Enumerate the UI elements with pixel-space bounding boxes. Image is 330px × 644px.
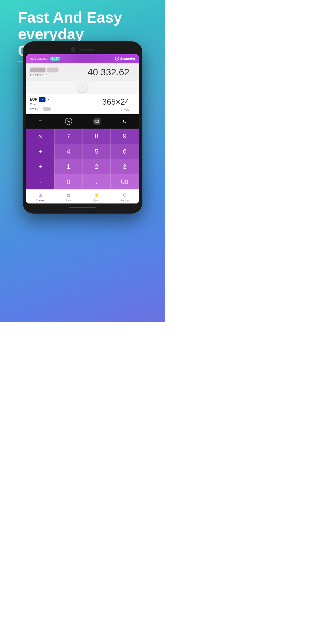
source-flag-placeholder2 [48, 68, 58, 72]
eur-flag-row[interactable]: EUR ★ ▼ [30, 97, 51, 102]
swap-row: ⌃ [26, 81, 139, 94]
nav-convert[interactable]: ⊞ Convert [26, 192, 54, 202]
currency-dropdown-arrow[interactable]: ▼ [47, 98, 50, 101]
source-amount: 40 332.62 [88, 67, 130, 78]
phone-top-notch [26, 46, 139, 54]
backspace-button[interactable]: ⌫ [82, 116, 111, 127]
divide-button[interactable]: ÷ [26, 144, 54, 159]
eu-flag-icon: ★ [39, 97, 46, 102]
swap-button[interactable]: ⌃ [78, 82, 88, 92]
home-indicator [69, 206, 96, 208]
nav-convert-label: Convert [36, 199, 45, 202]
source-rate-text: 1=0.2172 EUR [30, 74, 58, 77]
nav-settings[interactable]: ⚙ Settings [111, 192, 139, 202]
eur-rate-text: 1=4.6042 [30, 107, 41, 110]
eur-code: EUR [30, 98, 38, 102]
settings-icon: ⚙ [122, 192, 127, 198]
key-00[interactable]: 00 [111, 174, 139, 190]
multiply-button[interactable]: × [26, 128, 54, 144]
bottom-nav: ⊞ Convert ▦ Rate ⚡ Quick ⚙ Settings [26, 190, 139, 204]
nav-quick[interactable]: ⚡ Quick [82, 192, 111, 202]
hero-line2: everyday [18, 26, 84, 42]
key-2[interactable]: 2 [82, 159, 111, 174]
target-currency-left: EUR ★ ▼ Euro 1=4.6042 [30, 97, 51, 111]
clear-button[interactable]: C [111, 116, 139, 127]
key-9[interactable]: 9 [111, 128, 139, 144]
source-currency-left: 1=0.2172 EUR [30, 68, 58, 77]
keypad-special-row: = % ⌫ C [26, 114, 139, 128]
app-background: Fast And Easy everyday Converter Rate up… [0, 0, 165, 322]
converter-section: 1=0.2172 EUR 40 332.62 ⋮ ⌃ [26, 63, 139, 114]
keypad-main: × 7 8 9 ÷ 4 5 6 + 1 2 3 - 0 [26, 128, 139, 190]
app-header: Rate updated: 21:57 ✓ Supporter [26, 54, 139, 63]
camera-lens [70, 47, 75, 52]
time-badge: 21:57 [50, 56, 60, 60]
backspace-icon: ⌫ [92, 118, 100, 124]
target-amount-right: 365×24 =8 760 [102, 97, 129, 112]
phone-screen: Rate updated: 21:57 ✓ Supporter [26, 54, 139, 204]
key-7[interactable]: 7 [54, 128, 82, 144]
key-3[interactable]: 3 [111, 159, 139, 174]
nav-rate[interactable]: ▦ Rate [54, 192, 82, 202]
hero-line1: Fast And Easy [18, 9, 122, 26]
quick-icon: ⚡ [94, 192, 100, 198]
calc-expression: 365×24 [102, 97, 129, 107]
key-1[interactable]: 1 [54, 159, 82, 174]
key-4[interactable]: 4 [54, 144, 82, 159]
nav-quick-label: Quick [94, 199, 100, 202]
calc-result: =8 760 [118, 108, 129, 112]
phone-body: Rate updated: 21:57 ✓ Supporter [23, 41, 142, 214]
phone-bottom-bar [26, 204, 139, 210]
equals-button[interactable]: = [26, 116, 54, 127]
eur-rate-row: 1=4.6042 [30, 107, 51, 111]
minus-button[interactable]: - [26, 174, 54, 190]
eur-name: Euro [30, 103, 51, 106]
key-dot[interactable]: . [82, 174, 111, 190]
nav-rate-label: Rate [66, 199, 71, 202]
source-flag-placeholder [30, 68, 46, 72]
source-currency-row[interactable]: 1=0.2172 EUR 40 332.62 ⋮ [26, 63, 139, 81]
target-currency-row[interactable]: EUR ★ ▼ Euro 1=4.6042 [26, 94, 139, 114]
speaker-grill [79, 49, 94, 50]
key-6[interactable]: 6 [111, 144, 139, 159]
key-0[interactable]: 0 [54, 174, 82, 190]
percent-icon: % [65, 118, 72, 125]
source-flag-block [30, 68, 58, 72]
supporter-label: Supporter [120, 57, 135, 60]
rate-updated-info: Rate updated: 21:57 [30, 56, 60, 60]
check-icon: ✓ [115, 56, 119, 60]
phone-mockup: Rate updated: 21:57 ✓ Supporter [23, 41, 142, 214]
plus-button[interactable]: + [26, 159, 54, 174]
rate-label: Rate updated: [30, 57, 48, 60]
rate-icon: ▦ [66, 192, 71, 198]
key-5[interactable]: 5 [82, 144, 111, 159]
source-more-icon[interactable]: ⋮ [131, 70, 135, 75]
percent-button[interactable]: % [54, 116, 82, 127]
rate-toggle[interactable] [43, 107, 51, 111]
supporter-badge: ✓ Supporter [115, 56, 135, 60]
nav-settings-label: Settings [120, 199, 129, 202]
target-more-icon[interactable]: ⋮ [131, 102, 135, 107]
key-8[interactable]: 8 [82, 128, 111, 144]
convert-icon: ⊞ [38, 192, 42, 198]
